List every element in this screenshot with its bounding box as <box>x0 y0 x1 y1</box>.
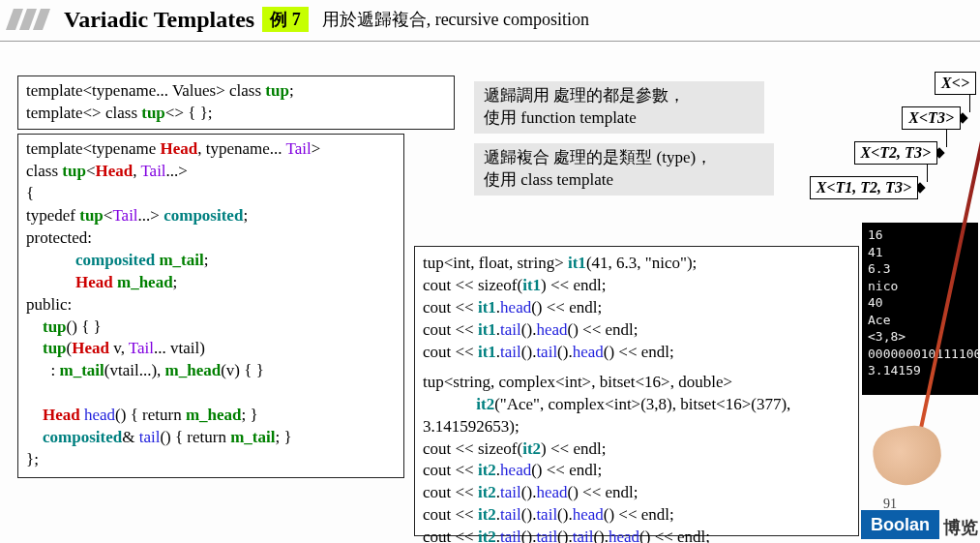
code-line: tup(Head v, Tail... vtail) <box>26 338 396 360</box>
code-line: it2("Ace", complex<int>(3,8), bitset<16>… <box>423 394 850 438</box>
header-decor-bars <box>10 9 46 30</box>
note-line: 遞歸複合 處理的是類型 (type)， <box>484 147 764 169</box>
presenter-hand <box>869 421 945 490</box>
note-recursive-composition: 遞歸複合 處理的是類型 (type)， 使用 class template <box>474 143 774 196</box>
code-line: tup<string, complex<int>, bitset<16>, do… <box>423 372 850 394</box>
code-line: cout << it2.tail().head() << endl; <box>423 482 850 504</box>
code-line: cout << sizeof(it1) << endl; <box>423 275 850 297</box>
code-line: composited& tail() { return m_tail; } <box>26 427 396 449</box>
code-line: tup<int, float, string> it1(41, 6.3, "ni… <box>423 253 850 275</box>
code-line: template<typename... Values> class tup; <box>26 80 446 103</box>
code-line: : m_tail(vtail...), m_head(v) { } <box>26 360 396 382</box>
code-line: cout << it2.tail().tail().head() << endl… <box>423 504 850 527</box>
code-line: cout << it2.tail().tail().tail().head() … <box>423 527 850 543</box>
code-box-class-tup: template<typename Head, typename... Tail… <box>17 134 404 478</box>
diagram-box-1: X<T3> <box>902 106 961 130</box>
code-line: protected: <box>26 227 396 250</box>
code-line <box>26 382 396 405</box>
code-line: { <box>26 183 396 205</box>
slide-title: Variadic Templates <box>64 4 254 35</box>
code-line: Head head() { return m_head; } <box>26 405 396 427</box>
code-line: cout << it1.tail().head() << endl; <box>423 319 850 342</box>
code-box-usage: tup<int, float, string> it1(41, 6.3, "ni… <box>414 246 859 536</box>
diagram-box-0: X<> <box>935 72 976 95</box>
code-line: }; <box>26 449 396 471</box>
code-line: Head m_head; <box>26 272 396 294</box>
code-box-declarations: template<typename... Values> class tup; … <box>17 75 455 130</box>
inheritance-diagram: X<> X<T3> X<T2, T3> X<T1, T2, T3> <box>802 72 976 217</box>
boolan-logo: Boolan <box>861 510 939 539</box>
code-line: composited m_tail; <box>26 250 396 272</box>
code-line: tup() { } <box>26 317 396 339</box>
code-line: public: <box>26 294 396 317</box>
slide-subtitle: 用於遞歸複合, recursive composition <box>322 8 589 31</box>
note-recursive-call: 遞歸調用 處理的都是參數， 使用 function template <box>474 81 764 134</box>
note-line: 使用 class template <box>484 169 764 192</box>
note-line: 遞歸調用 處理的都是參數， <box>484 85 755 107</box>
code-line: cout << it2.head() << endl; <box>423 460 850 482</box>
note-line: 使用 function template <box>484 107 755 130</box>
code-line: class tup<Head, Tail...> <box>26 161 396 183</box>
diagram-box-2: X<T2, T3> <box>854 141 937 165</box>
code-line: template<> class tup<> { }; <box>26 103 446 125</box>
example-badge: 例 7 <box>262 7 309 32</box>
code-line: cout << it1.tail().tail().head() << endl… <box>423 342 850 364</box>
code-line: typedef tup<Tail...> composited; <box>26 205 396 227</box>
code-line: cout << it1.head() << endl; <box>423 297 850 319</box>
boolan-suffix: 博览 <box>943 516 978 539</box>
slide-header: Variadic Templates 例 7 用於遞歸複合, recursive… <box>0 0 980 42</box>
code-line: template<typename Head, typename... Tail… <box>26 138 396 161</box>
code-line: cout << sizeof(it2) << endl; <box>423 438 850 461</box>
diagram-box-3: X<T1, T2, T3> <box>810 176 918 199</box>
